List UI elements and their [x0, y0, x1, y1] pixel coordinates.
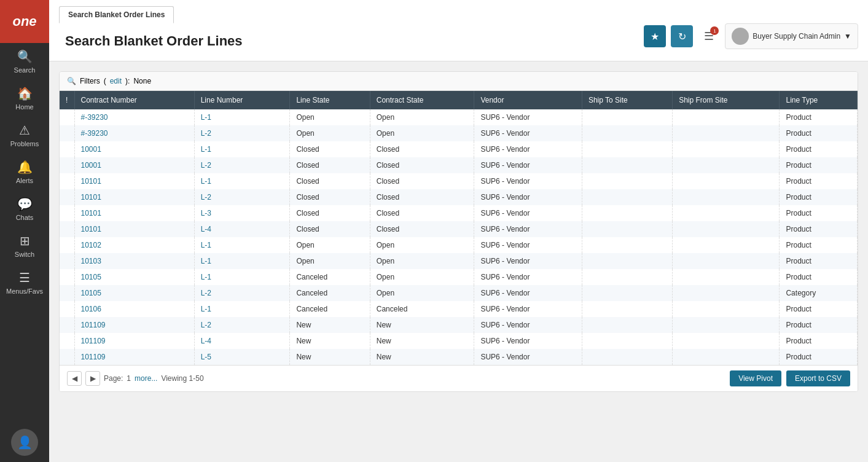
table-row[interactable]: 10101L-4ClosedClosedSUP6 - VendorProduct [60, 221, 858, 237]
cell-line-number[interactable]: L-1 [194, 237, 290, 253]
cell-flag [60, 333, 74, 349]
page-title: Search Blanket Order Lines [59, 33, 644, 55]
cell-ship-to-site [582, 285, 672, 301]
cell-vendor: SUP6 - Vendor [474, 285, 582, 301]
cell-contract-state: Closed [370, 141, 474, 157]
table-row[interactable]: 10101L-3ClosedClosedSUP6 - VendorProduct [60, 205, 858, 221]
cell-flag [60, 237, 74, 253]
sidebar-item-switch[interactable]: ⊞ Switch [0, 227, 49, 264]
more-pages-link[interactable]: more... [135, 374, 157, 383]
cell-line-number[interactable]: L-2 [194, 125, 290, 141]
user-dropdown[interactable]: Buyer Supply Chain Admin ▼ [725, 23, 858, 49]
sidebar-item-home[interactable]: 🏠 Home [0, 80, 49, 117]
cell-line-number[interactable]: L-4 [194, 221, 290, 237]
table-row[interactable]: 101109L-2NewNewSUP6 - VendorProduct [60, 317, 858, 333]
col-line_type[interactable]: Line Type [780, 91, 858, 109]
table-row[interactable]: 10001L-1ClosedClosedSUP6 - VendorProduct [60, 141, 858, 157]
chats-icon: 💬 [17, 197, 33, 211]
table-row[interactable]: 101109L-4NewNewSUP6 - VendorProduct [60, 333, 858, 349]
table-row[interactable]: 10101L-2ClosedClosedSUP6 - VendorProduct [60, 189, 858, 205]
table-row[interactable]: 10001L-2ClosedClosedSUP6 - VendorProduct [60, 157, 858, 173]
cell-line-number[interactable]: L-2 [194, 189, 290, 205]
cell-contract-number[interactable]: #-39230 [74, 109, 194, 125]
cell-ship-to-site [582, 125, 672, 141]
cell-line-number[interactable]: L-5 [194, 349, 290, 365]
cell-contract-number[interactable]: 10101 [74, 189, 194, 205]
cell-contract-number[interactable]: #-39230 [74, 125, 194, 141]
col-vendor[interactable]: Vendor [474, 91, 582, 109]
table-row[interactable]: 10106L-1CanceledCanceledSUP6 - VendorPro… [60, 301, 858, 317]
table-row[interactable]: 10105L-2CanceledOpenSUP6 - VendorCategor… [60, 285, 858, 301]
cell-ship-to-site [582, 301, 672, 317]
cell-line-type: Product [780, 157, 858, 173]
col-line_number[interactable]: Line Number [194, 91, 290, 109]
refresh-button[interactable]: ↻ [671, 25, 693, 47]
cell-contract-number[interactable]: 10101 [74, 221, 194, 237]
table-row[interactable]: 10101L-1ClosedClosedSUP6 - VendorProduct [60, 173, 858, 189]
cell-line-number[interactable]: L-1 [194, 141, 290, 157]
cell-contract-number[interactable]: 10101 [74, 205, 194, 221]
tab-search-blanket-order-lines[interactable]: Search Blanket Order Lines [59, 6, 174, 23]
cell-contract-number[interactable]: 10101 [74, 173, 194, 189]
cell-line-number[interactable]: L-1 [194, 253, 290, 269]
table-row[interactable]: #-39230L-1OpenOpenSUP6 - VendorProduct [60, 109, 858, 125]
cell-line-number[interactable]: L-1 [194, 109, 290, 125]
cell-line-number[interactable]: L-2 [194, 157, 290, 173]
sidebar-item-menus[interactable]: ☰ Menus/Favs [0, 264, 49, 301]
col-line_state[interactable]: Line State [290, 91, 370, 109]
cell-contract-number[interactable]: 101109 [74, 349, 194, 365]
cell-line-number[interactable]: L-1 [194, 173, 290, 189]
cell-contract-number[interactable]: 10105 [74, 285, 194, 301]
cell-ship-to-site [582, 253, 672, 269]
prev-page-button[interactable]: ◀ [67, 371, 82, 386]
table-row[interactable]: #-39230L-2OpenOpenSUP6 - VendorProduct [60, 125, 858, 141]
cell-line-number[interactable]: L-2 [194, 285, 290, 301]
sidebar-item-alerts-label: Alerts [16, 177, 33, 184]
cell-contract-state: New [370, 317, 474, 333]
filter-edit-link[interactable]: edit [110, 77, 122, 85]
problems-icon: ⚠ [19, 123, 30, 138]
sidebar-item-switch-label: Switch [15, 251, 34, 258]
cell-line-type: Product [780, 317, 858, 333]
cell-vendor: SUP6 - Vendor [474, 317, 582, 333]
cell-contract-number[interactable]: 101109 [74, 317, 194, 333]
table-row[interactable]: 10105L-1CanceledOpenSUP6 - VendorProduct [60, 269, 858, 285]
cell-flag [60, 317, 74, 333]
export-csv-button[interactable]: Export to CSV [786, 370, 850, 386]
cell-contract-number[interactable]: 10106 [74, 301, 194, 317]
cell-line-number[interactable]: L-4 [194, 333, 290, 349]
sidebar-item-search[interactable]: 🔍 Search [0, 43, 49, 80]
sidebar-item-alerts[interactable]: 🔔 Alerts [0, 154, 49, 190]
table-row[interactable]: 10102L-1OpenOpenSUP6 - VendorProduct [60, 237, 858, 253]
cell-vendor: SUP6 - Vendor [474, 189, 582, 205]
cell-contract-state: Open [370, 253, 474, 269]
cell-line-type: Product [780, 189, 858, 205]
cell-contract-number[interactable]: 10105 [74, 269, 194, 285]
col-ship_to_site[interactable]: Ship To Site [582, 91, 672, 109]
col-flag[interactable]: ! [60, 91, 74, 109]
cell-contract-number[interactable]: 10001 [74, 157, 194, 173]
sidebar-item-problems[interactable]: ⚠ Problems [0, 117, 49, 154]
cell-contract-number[interactable]: 10001 [74, 141, 194, 157]
cell-line-number[interactable]: L-2 [194, 317, 290, 333]
chevron-down-icon: ▼ [844, 32, 851, 41]
menu-button[interactable]: ☰ 1 [698, 25, 720, 47]
cell-contract-number[interactable]: 10103 [74, 253, 194, 269]
cell-line-number[interactable]: L-1 [194, 301, 290, 317]
col-contract_state[interactable]: Contract State [370, 91, 474, 109]
cell-line-number[interactable]: L-1 [194, 269, 290, 285]
cell-contract-number[interactable]: 101109 [74, 333, 194, 349]
cell-contract-number[interactable]: 10102 [74, 237, 194, 253]
col-ship_from_site[interactable]: Ship From Site [673, 91, 780, 109]
favorite-button[interactable]: ★ [644, 25, 666, 47]
col-contract_number[interactable]: Contract Number [74, 91, 194, 109]
sidebar-item-chats[interactable]: 💬 Chats [0, 190, 49, 227]
table-row[interactable]: 10103L-1OpenOpenSUP6 - VendorProduct [60, 253, 858, 269]
table-row[interactable]: 101109L-5NewNewSUP6 - VendorProduct [60, 349, 858, 365]
view-pivot-button[interactable]: View Pivot [730, 370, 781, 386]
cell-line-number[interactable]: L-3 [194, 205, 290, 221]
user-avatar[interactable]: 👤 [11, 429, 38, 456]
app-logo[interactable]: one [0, 0, 49, 43]
cell-vendor: SUP6 - Vendor [474, 141, 582, 157]
next-page-button[interactable]: ▶ [85, 371, 100, 386]
